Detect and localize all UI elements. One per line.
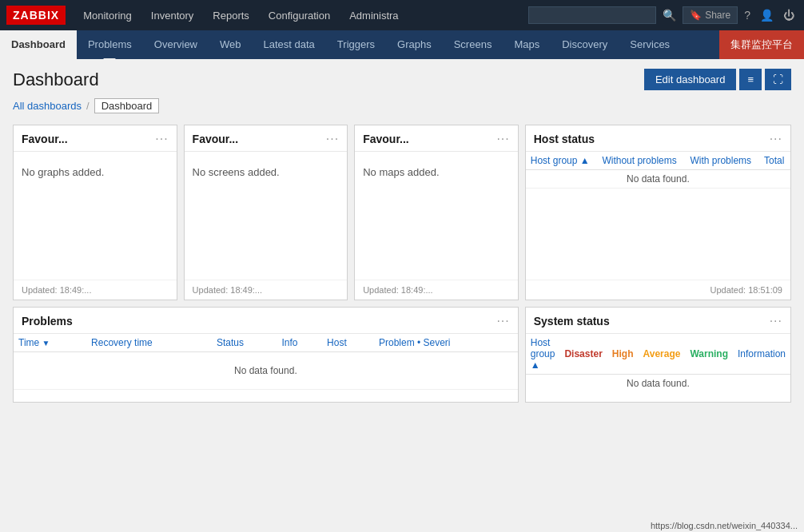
system-status-header: System status ··· xyxy=(526,308,790,334)
col-info: Info xyxy=(277,334,322,352)
col-without-problems: Without problems xyxy=(597,152,685,170)
sec-nav-discovery[interactable]: Discovery xyxy=(551,30,619,59)
system-status-body: Host group ▲ Disaster High Average Warni… xyxy=(526,334,790,402)
col-average: Average xyxy=(638,334,685,375)
favour-graphs-menu[interactable]: ··· xyxy=(155,132,168,146)
page-header: Dashboard Edit dashboard ≡ ⛶ xyxy=(13,69,791,90)
col-status: Status xyxy=(212,334,277,352)
edit-dashboard-button[interactable]: Edit dashboard xyxy=(644,69,736,90)
problems-menu[interactable]: ··· xyxy=(496,314,509,328)
col-problem-severity: Problem • Severi xyxy=(374,334,518,352)
col-host: Host xyxy=(322,334,374,352)
host-status-title: Host status xyxy=(534,133,595,145)
breadcrumb: All dashboards / Dashboard xyxy=(13,98,791,113)
system-status-title: System status xyxy=(534,315,610,328)
system-status-table: Host group ▲ Disaster High Average Warni… xyxy=(526,334,790,392)
favour-maps-body: No maps added. xyxy=(355,152,518,280)
problems-header: Problems ··· xyxy=(14,308,518,334)
sec-nav-maps[interactable]: Maps xyxy=(503,30,551,59)
favour-graphs-widget: Favour... ··· No graphs added. Updated: … xyxy=(13,125,177,300)
sec-nav-problems[interactable]: Problems xyxy=(77,30,143,59)
favour-screens-menu[interactable]: ··· xyxy=(326,132,339,146)
sec-nav-dashboard[interactable]: Dashboard xyxy=(0,30,77,59)
dashboard-grid: Favour... ··· No graphs added. Updated: … xyxy=(13,125,791,403)
col-disaster: Disaster xyxy=(559,334,607,375)
favour-maps-menu[interactable]: ··· xyxy=(496,132,509,146)
host-status-no-data: No data found. xyxy=(526,170,790,189)
top-navigation: ZABBIX Monitoring Inventory Reports Conf… xyxy=(0,0,804,30)
share-icon: 🔖 xyxy=(690,10,702,21)
host-status-body: Host group ▲ Without problems With probl… xyxy=(526,152,790,280)
power-icon[interactable]: ⏻ xyxy=(780,7,798,23)
breadcrumb-all-dashboards[interactable]: All dashboards xyxy=(13,100,82,112)
host-status-footer: Updated: 18:51:09 xyxy=(526,280,790,300)
favour-maps-footer: Updated: 18:49:... xyxy=(355,280,518,300)
logo[interactable]: ZABBIX xyxy=(6,6,66,25)
col-host-group[interactable]: Host group ▲ xyxy=(526,152,598,170)
favour-maps-no-data: No maps added. xyxy=(363,160,510,185)
col-sys-host-group[interactable]: Host group ▲ xyxy=(526,334,560,375)
search-input[interactable] xyxy=(528,6,656,24)
favour-maps-header: Favour... ··· xyxy=(355,125,518,152)
breadcrumb-current: Dashboard xyxy=(94,98,160,113)
col-with-problems: With problems xyxy=(685,152,759,170)
help-icon[interactable]: ? xyxy=(741,7,754,23)
col-total: Total xyxy=(759,152,790,170)
favour-graphs-body: No graphs added. xyxy=(14,152,177,280)
col-warning: Warning xyxy=(685,334,733,375)
nav-administration[interactable]: Administra xyxy=(341,5,406,26)
host-status-table: Host group ▲ Without problems With probl… xyxy=(526,152,790,189)
favour-graphs-footer: Updated: 18:49:... xyxy=(14,280,177,300)
breadcrumb-separator: / xyxy=(86,100,90,112)
problems-table: Time ▼ Recovery time Status Info Host Pr… xyxy=(14,334,518,390)
col-time[interactable]: Time ▼ xyxy=(14,334,86,352)
col-recovery-time: Recovery time xyxy=(86,334,212,352)
favour-screens-footer: Updated: 18:49:... xyxy=(185,280,348,300)
nav-reports[interactable]: Reports xyxy=(205,5,257,26)
host-status-widget: Host status ··· Host group ▲ Without pro… xyxy=(525,125,791,300)
favour-screens-header: Favour... ··· xyxy=(185,125,348,152)
favour-graphs-title: Favour... xyxy=(22,133,68,145)
secondary-navigation: Dashboard Problems Overview Web Latest d… xyxy=(0,30,804,59)
favour-graphs-header: Favour... ··· xyxy=(14,125,177,152)
favour-maps-widget: Favour... ··· No maps added. Updated: 18… xyxy=(354,125,519,300)
main-content: Dashboard Edit dashboard ≡ ⛶ All dashboa… xyxy=(0,59,804,412)
page-title: Dashboard xyxy=(13,69,99,90)
favour-screens-no-data: No screens added. xyxy=(193,160,340,185)
sec-nav-triggers[interactable]: Triggers xyxy=(326,30,386,59)
sec-nav-graphs[interactable]: Graphs xyxy=(386,30,443,59)
col-high: High xyxy=(607,334,639,375)
favour-screens-body: No screens added. xyxy=(185,152,348,280)
header-actions: Edit dashboard ≡ ⛶ xyxy=(644,69,791,90)
nav-configuration[interactable]: Configuration xyxy=(261,5,338,26)
problems-body: Time ▼ Recovery time Status Info Host Pr… xyxy=(14,334,518,402)
favour-screens-widget: Favour... ··· No screens added. Updated:… xyxy=(184,125,348,300)
system-status-menu[interactable]: ··· xyxy=(770,314,782,328)
problems-title: Problems xyxy=(22,315,73,328)
sec-nav-web[interactable]: Web xyxy=(209,30,253,59)
search-icon[interactable]: 🔍 xyxy=(659,7,679,23)
sec-nav-services[interactable]: Services xyxy=(619,30,681,59)
share-button[interactable]: 🔖 Share xyxy=(683,6,738,24)
nav-inventory[interactable]: Inventory xyxy=(143,5,201,26)
nav-monitoring[interactable]: Monitoring xyxy=(75,5,140,26)
sec-nav-overview[interactable]: Overview xyxy=(143,30,209,59)
cluster-monitor-link[interactable]: 集群监控平台 xyxy=(719,30,804,59)
favour-maps-title: Favour... xyxy=(363,133,409,145)
system-status-no-data: No data found. xyxy=(526,375,790,393)
user-icon[interactable]: 👤 xyxy=(757,7,777,23)
col-information: Information xyxy=(733,334,790,375)
host-status-header: Host status ··· xyxy=(526,125,790,152)
problems-no-data: No data found. xyxy=(14,352,518,390)
favour-graphs-no-data: No graphs added. xyxy=(22,160,169,185)
favour-screens-title: Favour... xyxy=(193,133,239,145)
sec-nav-screens[interactable]: Screens xyxy=(443,30,503,59)
system-status-widget: System status ··· Host group ▲ Disaster … xyxy=(525,307,791,403)
problems-widget: Problems ··· Time ▼ Recovery time Status… xyxy=(13,307,519,403)
host-status-menu[interactable]: ··· xyxy=(770,132,782,146)
sec-nav-latest-data[interactable]: Latest data xyxy=(253,30,326,59)
fullscreen-button[interactable]: ⛶ xyxy=(765,69,791,90)
list-view-button[interactable]: ≡ xyxy=(739,69,762,90)
